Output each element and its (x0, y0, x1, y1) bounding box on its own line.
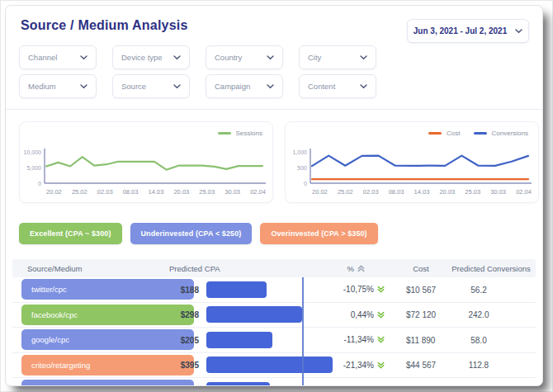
badge-excellent[interactable]: Excellent (CPA ~ $300) (19, 223, 122, 244)
x-tick-label: 25.03 (465, 188, 480, 196)
column-header-percent-change[interactable]: % (285, 259, 366, 277)
double-chevron-up-icon (376, 385, 385, 386)
filter-select-city[interactable]: City (299, 45, 376, 69)
filter-label: Device type (121, 53, 163, 62)
percent-change-value: -11,34% (303, 328, 385, 352)
predicted-conversions-value: 417.8 (433, 385, 524, 386)
double-chevron-down-icon (376, 335, 385, 344)
cpa-threshold-line (302, 277, 304, 386)
x-tick-label: 30.03 (225, 188, 240, 196)
x-tick-label: 02.03 (363, 188, 379, 196)
column-header-predicted-conversions: Predicted Conversions (442, 259, 541, 277)
x-tick-label: 08.03 (389, 188, 404, 196)
table-row: bing/cpc$1990,44% $83 150417.8 (12, 378, 536, 386)
legend-label: Conversions (492, 130, 528, 137)
date-range-picker[interactable]: Jun 3, 2021 - Jul 2, 2021 (407, 19, 529, 43)
filter-label: City (308, 53, 321, 62)
chevron-down-icon (360, 55, 367, 60)
filter-label: Channel (28, 53, 57, 62)
chart-legend: Sessions (218, 130, 262, 137)
x-tick-label: 30.03 (490, 188, 506, 196)
cpa-bar (206, 306, 302, 323)
x-axis-labels: 20.0225.0202.0308.0314.0320.0325.0330.03… (46, 188, 266, 196)
filter-row: Medium Source Campaign Content (19, 74, 376, 98)
page-title: Source / Medium Analysis (21, 18, 188, 33)
x-tick-label: 02.04 (516, 188, 532, 196)
dashboard-window: Source / Medium Analysis Jun 3, 2021 - J… (5, 5, 543, 386)
table-header-row: Source/Medium Predicted CPA % Cost Predi… (12, 259, 536, 277)
legend-item-sessions[interactable]: Sessions (218, 130, 262, 137)
chevron-down-icon (173, 84, 181, 89)
x-tick-label: 14.03 (149, 188, 164, 196)
column-header-source-medium: Source/Medium (27, 259, 83, 277)
series-line-conversions (312, 156, 528, 167)
x-tick-label: 08.03 (123, 188, 139, 196)
table-row: criteo/retargeting$395-21,34% $44 567112… (12, 353, 536, 379)
table-row: facebook/cpc$2980,44% $72 120242.0 (12, 303, 536, 328)
chart-legend: CostConversions (428, 130, 528, 137)
cost-value: $72 120 (406, 310, 436, 319)
filter-select-campaign[interactable]: Campaign (206, 74, 283, 98)
chevron-down-icon (267, 84, 274, 89)
y-tick-label: 0 (304, 181, 307, 187)
chevron-down-icon (173, 55, 181, 60)
x-tick-label: 20.02 (46, 188, 62, 196)
x-tick-label: 20.02 (312, 188, 328, 196)
column-header-cost: Cost (401, 259, 441, 277)
y-tick-label: 10,000 (24, 149, 42, 155)
legend-item-cost[interactable]: Cost (428, 130, 460, 137)
predicted-conversions-value: 112.8 (433, 361, 524, 370)
cost-value: $11 890 (406, 335, 435, 344)
table-row: google/cpc$205-11,34% $11 89058.0 (12, 328, 536, 353)
y-tick-label: 5,000 (26, 165, 41, 171)
percent-change-value: 0,44% (303, 303, 385, 328)
x-tick-label: 14.03 (414, 188, 430, 196)
predicted-cpa-value: $205 (153, 335, 199, 344)
filter-row: Channel Device type Country City (19, 45, 376, 69)
filter-select-country[interactable]: Country (206, 45, 283, 69)
percent-change-value: -10,75% (303, 277, 385, 302)
filter-label: Medium (28, 82, 56, 91)
x-tick-label: 02.03 (97, 188, 113, 196)
line-chart: 10,0005,0000 (20, 145, 272, 188)
x-tick-label: 25.03 (199, 188, 215, 196)
cpa-legend-badges: Excellent (CPA ~ $300)Underinvested (CPA… (19, 223, 378, 244)
legend-item-conversions[interactable]: Conversions (474, 130, 528, 137)
filter-label: Source (121, 82, 146, 91)
source-medium-table: Source/Medium Predicted CPA % Cost Predi… (12, 259, 536, 386)
x-axis-labels: 20.0225.0202.0308.0314.0320.0325.0330.03… (312, 188, 532, 196)
badge-underinvested[interactable]: Underinvested (CPA < $250) (130, 223, 253, 244)
legend-swatch (474, 132, 487, 135)
cpa-bar (206, 382, 270, 386)
x-tick-label: 20.03 (439, 188, 455, 196)
badge-overinvested[interactable]: Overinvested (CPA > $350) (260, 223, 377, 244)
section-divider (6, 109, 542, 110)
percent-header-label: % (347, 264, 354, 273)
percent-change-value: -21,34% (303, 353, 385, 378)
percent-change-value: 0,44% (303, 378, 385, 386)
cost-value: $83 150 (406, 385, 436, 386)
chevron-down-icon (80, 84, 87, 89)
line-chart: 1,0005000 (286, 145, 538, 188)
filter-select-device-type[interactable]: Device type (112, 45, 190, 69)
cost-value: $10 567 (406, 285, 436, 294)
predicted-cpa-value: $188 (153, 285, 199, 294)
filter-select-medium[interactable]: Medium (19, 74, 97, 98)
double-chevron-down-icon (376, 285, 385, 294)
table-row: twitter/cpc$188-10,75% $10 56756.2 (12, 277, 536, 303)
legend-label: Sessions (236, 130, 262, 137)
table-body: twitter/cpc$188-10,75% $10 56756.2facebo… (12, 277, 536, 386)
y-tick-label: 0 (38, 181, 41, 187)
predicted-conversions-value: 56.2 (433, 285, 524, 294)
predicted-cpa-value: $298 (153, 310, 199, 319)
double-chevron-up-icon (357, 264, 366, 273)
predicted-conversions-value: 242.0 (433, 310, 524, 319)
date-range-value: Jun 3, 2021 - Jul 2, 2021 (414, 26, 507, 35)
x-tick-label: 25.02 (72, 188, 87, 196)
filter-select-channel[interactable]: Channel (19, 45, 97, 69)
y-tick-label: 500 (297, 165, 307, 171)
cpa-bar (206, 281, 267, 298)
filter-select-source[interactable]: Source (112, 74, 190, 98)
filter-select-content[interactable]: Content (299, 74, 376, 98)
predicted-cpa-value: $395 (153, 361, 199, 370)
